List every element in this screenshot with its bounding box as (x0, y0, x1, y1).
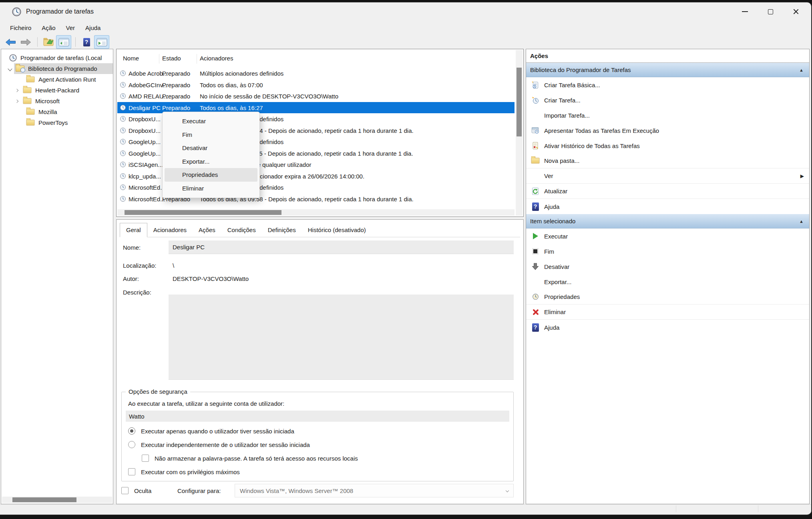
clock-icon (120, 70, 126, 76)
action-importar-tarefa[interactable]: Importar Tarefa... (526, 108, 809, 123)
tree-item-agent-activation[interactable]: Agent Activation Runt (1, 74, 113, 85)
close-button[interactable] (783, 2, 809, 21)
back-button[interactable] (3, 36, 18, 48)
collapse-icon[interactable]: ▲ (799, 219, 804, 224)
tree-root-label: Programador de tarefas (Local (20, 54, 102, 61)
radio-run-only-logged-on[interactable] (128, 427, 135, 435)
tab-geral[interactable]: Geral (120, 223, 147, 237)
action-ajuda-selected[interactable]: ? Ajuda (526, 320, 809, 335)
column-divider[interactable] (159, 54, 159, 64)
forward-button[interactable] (18, 36, 33, 48)
chevron-right-icon[interactable] (15, 99, 18, 102)
menu-ver[interactable]: Ver (61, 22, 80, 33)
column-header-acionadores[interactable]: Acionadores (200, 55, 233, 62)
horizontal-scrollbar-thumb[interactable] (125, 210, 281, 215)
history-log-icon (531, 141, 540, 150)
collapse-icon[interactable]: ▲ (799, 68, 804, 72)
menu-ficheiro[interactable]: Ficheiro (5, 22, 36, 33)
context-menu-item-executar[interactable]: Executar (165, 114, 257, 128)
action-exportar[interactable]: Exportar... (526, 274, 809, 289)
menu-ajuda[interactable]: Ajuda (80, 22, 105, 33)
column-header-estado[interactable]: Estado (162, 55, 181, 62)
vertical-scrollbar-thumb[interactable] (517, 68, 522, 136)
action-fim[interactable]: Fim (526, 244, 809, 259)
column-divider[interactable] (197, 54, 197, 64)
folder-icon (23, 98, 32, 104)
action-criar-tarefa[interactable]: Criar Tarefa... (526, 92, 809, 108)
context-menu-item-exportar[interactable]: Exportar... (165, 155, 257, 168)
action-nova-pasta[interactable]: Nova pasta... (526, 153, 809, 168)
action-propriedades[interactable]: Propriedades (526, 289, 809, 305)
export-button[interactable] (41, 36, 56, 48)
status-bar-divider (676, 505, 676, 512)
configure-for-dropdown[interactable]: Windows Vista™, Windows Server™ 2008 (235, 484, 514, 497)
action-ajuda-library[interactable]: ? Ajuda (526, 199, 809, 214)
help-button[interactable]: ? (79, 36, 94, 48)
configure-for-value: Windows Vista™, Windows Server™ 2008 (240, 487, 353, 494)
account-field: Watto (126, 411, 509, 422)
localizacao-label: Localização: (123, 262, 156, 269)
action-atualizar[interactable]: Atualizar (526, 184, 809, 199)
tree-item-mozilla[interactable]: Mozilla (1, 106, 113, 117)
task-properties-pane: Geral Acionadores Ações Condições Defini… (116, 219, 524, 504)
tree-item-microsoft[interactable]: Microsoft (1, 96, 113, 106)
chevron-down-icon[interactable] (8, 66, 12, 71)
column-header-nome[interactable]: Nome (123, 55, 139, 62)
action-criar-tarefa-basica[interactable]: Criar Tarefa Básica... (526, 77, 809, 92)
localizacao-value: \ (173, 262, 174, 269)
tab-definicoes[interactable]: Definições (262, 223, 302, 237)
tree-item-label: Biblioteca do Programado (28, 65, 97, 72)
task-scheduler-window: Programador de tarefas Ficheiro Ação Ver… (0, 2, 811, 515)
context-menu-item-eliminar[interactable]: Eliminar (165, 182, 257, 195)
tree-item-hewlett-packard[interactable]: Hewlett-Packard (1, 85, 113, 96)
toggle-console-tree-button[interactable] (56, 36, 71, 48)
maximize-button[interactable] (758, 2, 783, 21)
task-list-vertical-scrollbar[interactable] (516, 50, 523, 216)
checkbox-label: Executar com os privilégios máximos (141, 469, 240, 475)
table-row[interactable]: Adobe Acrob... Preparado Múltiplos acion… (117, 68, 515, 79)
autor-label: Autor: (123, 275, 139, 282)
tab-historico[interactable]: Histórico (desativado) (302, 223, 372, 237)
tree-horizontal-scrollbar[interactable] (2, 497, 112, 503)
action-ver[interactable]: Ver ▶ (526, 168, 809, 184)
toggle-action-pane-button[interactable] (94, 36, 109, 48)
chevron-right-icon[interactable] (15, 88, 18, 92)
context-menu-item-fim[interactable]: Fim (165, 128, 257, 142)
context-menu-item-desativar[interactable]: Desativar (165, 141, 257, 155)
console-tree-icon (58, 38, 69, 46)
action-apresentar-tarefas-em-execucao[interactable]: Apresentar Todas as Tarefas Em Execução (526, 123, 809, 138)
action-executar[interactable]: Executar (526, 228, 809, 244)
tab-acoes[interactable]: Ações (193, 223, 221, 237)
section-header-selected-item[interactable]: Item selecionado ▲ (526, 214, 809, 228)
context-menu-item-propriedades[interactable]: Propriedades (165, 168, 257, 182)
account-value: Watto (129, 413, 145, 420)
section-header-library[interactable]: Biblioteca do Programador de Tarefas ▲ (526, 63, 809, 77)
window-title: Programador de tarefas (26, 8, 94, 15)
action-eliminar[interactable]: Eliminar (526, 305, 809, 320)
descricao-field[interactable] (169, 295, 514, 380)
table-row[interactable]: AdobeGCInv... Preparado Todos os dias, à… (117, 79, 515, 91)
tree-root-item[interactable]: Programador de tarefas (Local (1, 52, 113, 63)
clock-icon (120, 161, 126, 168)
tree-scrollbar-thumb[interactable] (12, 497, 76, 502)
checkbox-no-password[interactable] (142, 455, 149, 462)
minimize-button[interactable] (732, 2, 758, 21)
autor-value: DESKTOP-V3CVO3O\Watto (173, 275, 249, 282)
tab-acionadores[interactable]: Acionadores (147, 223, 193, 237)
folder-icon (26, 120, 35, 125)
checkbox-oculta[interactable] (121, 487, 129, 494)
radio-run-whether-logged[interactable] (128, 441, 135, 448)
status-bar-divider (758, 505, 758, 512)
checkbox-highest-privileges[interactable] (128, 468, 135, 475)
action-desativar[interactable]: Desativar (526, 259, 809, 274)
table-row[interactable]: AMD RELAU... Preparado No início de sess… (117, 90, 515, 102)
tree-item-library[interactable]: Biblioteca do Programado (1, 63, 113, 74)
tree-item-label: Mozilla (38, 108, 57, 115)
task-list-horizontal-scrollbar[interactable] (117, 209, 515, 216)
clock-icon (120, 184, 126, 190)
tab-condicoes[interactable]: Condições (221, 223, 262, 237)
action-ativar-historico[interactable]: Ativar Histórico de Todas as Tarefas (526, 138, 809, 153)
tree-item-powertoys[interactable]: PowerToys (1, 117, 113, 128)
run-icon (531, 232, 540, 240)
menu-acao[interactable]: Ação (37, 22, 60, 33)
